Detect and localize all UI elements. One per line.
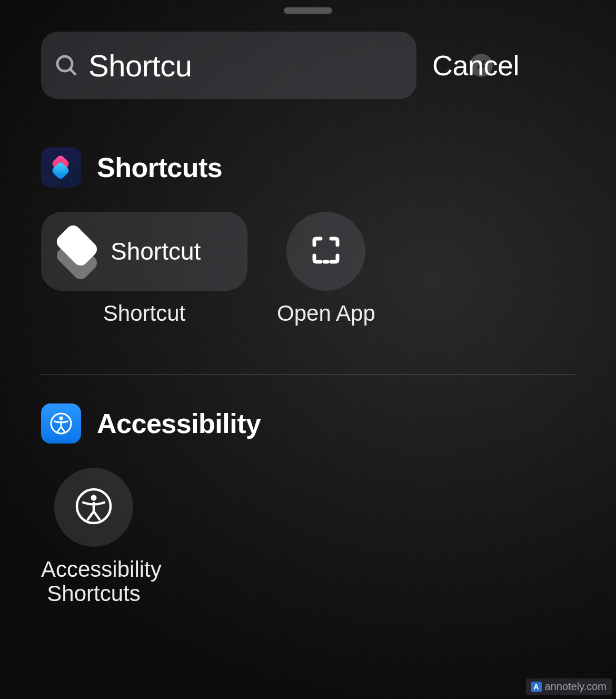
section-header: Shortcuts [41, 147, 575, 188]
section-title: Shortcuts [97, 152, 222, 183]
items-row: Accessibility Shortcuts [41, 468, 575, 606]
accessibility-icon [73, 486, 114, 529]
widget-label: Open App [277, 301, 375, 326]
widget-preview-pill: Shortcut [41, 212, 247, 291]
widget-preview-circle [286, 212, 365, 291]
widget-open-app[interactable]: Open App [277, 212, 375, 326]
svg-point-0 [57, 56, 72, 71]
widget-shortcut[interactable]: Shortcut Shortcut [41, 212, 247, 326]
section-shortcuts: Shortcuts Shortcut Shortcut [41, 147, 575, 326]
items-row: Shortcut Shortcut O [41, 212, 575, 326]
annotely-logo-icon: A [531, 682, 542, 692]
sheet-grabber-handle[interactable] [284, 7, 332, 14]
widget-label: Shortcut [103, 301, 185, 326]
search-input[interactable] [88, 48, 470, 83]
shortcuts-app-icon [41, 147, 81, 188]
accessibility-app-icon [41, 403, 81, 444]
search-icon [54, 53, 79, 78]
watermark-text: annotely.com [545, 681, 607, 693]
app-frame-icon [307, 231, 345, 271]
section-title: Accessibility [97, 408, 261, 439]
cancel-button[interactable]: Cancel [432, 49, 519, 82]
svg-point-8 [59, 417, 63, 420]
svg-point-10 [91, 495, 97, 501]
stack-icon [57, 229, 97, 274]
section-divider [41, 374, 575, 375]
svg-line-1 [71, 70, 76, 75]
section-accessibility: Accessibility Accessibility Shortcuts [41, 403, 575, 606]
search-field[interactable] [41, 32, 416, 99]
widget-label: Accessibility Shortcuts [41, 557, 146, 606]
widget-pill-text: Shortcut [111, 237, 201, 265]
search-row: Cancel [41, 32, 595, 99]
watermark: A annotely.com [526, 678, 612, 695]
section-header: Accessibility [41, 403, 575, 444]
widget-accessibility-shortcuts[interactable]: Accessibility Shortcuts [41, 468, 146, 606]
widget-preview-circle [54, 468, 133, 547]
widget-picker-sheet: Cancel Shortcuts [0, 0, 616, 699]
